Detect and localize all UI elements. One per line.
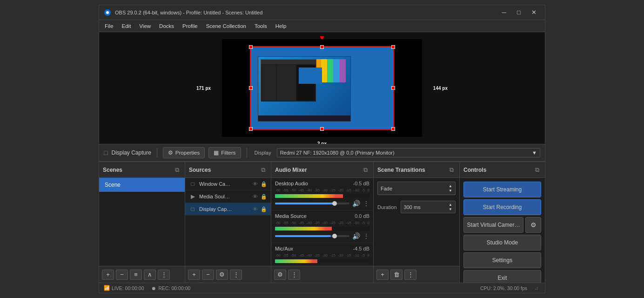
transitions-more-button[interactable]: ⋮ (404, 270, 416, 280)
remove-transition-button[interactable]: 🗑 (390, 270, 402, 280)
media-vol-icon[interactable]: 🔊 (352, 232, 360, 240)
move-scene-up-button[interactable]: ∧ (144, 270, 156, 280)
audio-panel-header: Audio Mixer ⧉ (271, 162, 373, 178)
virtual-camera-settings-button[interactable]: ⚙ (525, 217, 541, 233)
audio-mixer-panel: Audio Mixer ⧉ Desktop Audio -0.5 dB -60-… (271, 162, 374, 283)
controls-buttons: Start Streaming Start Recording Start Vi… (460, 178, 545, 283)
sources-undock-icon[interactable]: ⧉ (259, 165, 267, 175)
transitions-undock-icon[interactable]: ⧉ (448, 165, 456, 175)
media-fader-knob[interactable] (332, 234, 337, 238)
source-item-window[interactable]: □ Window Ca… 👁 🔒 (185, 178, 271, 190)
resize-handle-tc[interactable] (320, 45, 324, 49)
scenes-undock-icon[interactable]: ⧉ (173, 165, 181, 175)
menu-scene-collection[interactable]: Scene Collection (202, 22, 250, 30)
transition-type-select[interactable]: Fade ▲ ▼ (377, 182, 456, 195)
status-cpu: CPU: 2.0%, 30.00 fps (480, 285, 527, 291)
desktop-vol-icon[interactable]: 🔊 (352, 200, 360, 207)
monitor-select[interactable]: Redmi 27 NF: 1920x1080 @ 0,0 (Primary Mo… (277, 148, 540, 157)
start-recording-button[interactable]: Start Recording (463, 199, 541, 215)
resize-handle-mr[interactable] (391, 86, 395, 90)
scenes-footer: + − ≡ ∧ ⋮ (99, 266, 185, 283)
audio-tracks-list: Desktop Audio -0.5 dB -60-55-50-45-40-35… (271, 178, 373, 266)
media-audio-more[interactable]: ⋮ (363, 232, 369, 240)
desktop-fader-fill (275, 203, 333, 204)
minimize-button[interactable]: ─ (497, 8, 510, 17)
maximize-button[interactable]: □ (512, 8, 525, 17)
source-eye-display[interactable]: 👁 (253, 206, 258, 212)
duration-input[interactable]: 300 ms ▲ ▼ (401, 201, 456, 213)
audio-more-button[interactable]: ⋮ (288, 270, 300, 280)
resize-handle-tl[interactable] (249, 45, 253, 49)
add-scene-button[interactable]: + (102, 270, 114, 280)
source-lock-window[interactable]: 🔒 (261, 181, 267, 187)
controls-undock-icon[interactable]: ⧉ (533, 165, 541, 175)
source-settings-button[interactable]: ⚙ (216, 270, 228, 280)
gear-icon: ⚙ (168, 149, 173, 156)
window-capture-icon: □ (189, 181, 196, 187)
start-virtual-camera-button[interactable]: Start Virtual Camer… (463, 217, 523, 233)
start-streaming-button[interactable]: Start Streaming (463, 182, 541, 197)
audio-track-media: Media Source 0.0 dB -60-55-50-45-40-35-3… (271, 210, 373, 243)
source-eye-window[interactable]: 👁 (253, 181, 258, 187)
source-item-display[interactable]: □ Display Cap… 👁 🔒 (185, 203, 271, 216)
properties-button[interactable]: ⚙ Properties (163, 147, 205, 158)
resize-handle-tr[interactable] (391, 45, 395, 49)
desktop-fader-track[interactable] (275, 203, 349, 204)
remove-scene-button[interactable]: − (116, 270, 128, 280)
desktop-audio-more[interactable]: ⋮ (363, 200, 369, 207)
transitions-footer: + 🗑 ⋮ (374, 266, 459, 283)
sources-more-button[interactable]: ⋮ (230, 270, 242, 280)
menu-docks[interactable]: Docks (155, 22, 178, 30)
media-fader-track[interactable] (275, 235, 349, 237)
dim-right-label: 144 px (433, 86, 448, 91)
resize-handle-bc[interactable] (320, 127, 324, 131)
menu-edit[interactable]: Edit (118, 22, 135, 30)
transitions-panel-header: Scene Transitions ⧉ (374, 162, 459, 178)
settings-button[interactable]: Settings (463, 252, 541, 268)
close-button[interactable]: ✕ (527, 8, 540, 17)
menu-tools[interactable]: Tools (251, 22, 271, 30)
scenes-panel-header: Scenes ⧉ (99, 162, 185, 178)
source-bar-name: Display Capture (111, 149, 151, 156)
scene-item[interactable]: Scene (99, 178, 185, 192)
title-bar: OBS 29.0.2 (64-bit, windows) - Profile: … (99, 5, 545, 20)
add-source-button[interactable]: + (188, 270, 200, 280)
remove-source-button[interactable]: − (202, 270, 214, 280)
menu-view[interactable]: View (135, 22, 154, 30)
add-transition-button[interactable]: + (376, 270, 389, 280)
desktop-meter-bar (275, 194, 369, 198)
studio-mode-button[interactable]: Studio Mode (463, 235, 541, 251)
desktop-fader-knob[interactable] (332, 201, 337, 206)
sources-panel-header: Sources ⧉ (185, 162, 271, 178)
transition-type-row: Fade ▲ ▼ (374, 178, 459, 199)
sources-panel: Sources ⧉ □ Window Ca… 👁 🔒 ▶ Media Soul…… (185, 162, 271, 283)
resize-handle-ml[interactable] (249, 86, 253, 90)
exit-button[interactable]: Exit (463, 270, 541, 283)
monitor-dropdown[interactable]: Redmi 27 NF: 1920x1080 @ 0,0 (Primary Mo… (277, 148, 540, 157)
preview-obs-title-bar (261, 60, 316, 64)
source-eye-media[interactable]: 👁 (253, 194, 258, 199)
menu-profile[interactable]: Profile (179, 22, 201, 30)
preview-taskbar (258, 115, 350, 121)
scenes-more-button[interactable]: ⋮ (158, 270, 170, 280)
audio-undock-icon[interactable]: ⧉ (362, 165, 369, 175)
desktop-background: OBS 29.0.2 (64-bit, windows) - Profile: … (0, 0, 644, 298)
filter-scene-button[interactable]: ≡ (130, 270, 142, 280)
audio-settings-button[interactable]: ⚙ (274, 270, 286, 280)
resize-handle-bl[interactable] (249, 127, 253, 131)
source-lock-display[interactable]: 🔒 (261, 206, 267, 212)
source-lock-media[interactable]: 🔒 (261, 194, 267, 200)
resize-handle-br[interactable] (391, 127, 395, 131)
window-controls: ─ □ ✕ (497, 8, 540, 17)
audio-footer: ⚙ ⋮ (271, 266, 373, 283)
menu-help[interactable]: Help (272, 22, 290, 30)
media-source-name: Media Source (275, 213, 307, 219)
menu-file[interactable]: File (101, 22, 117, 30)
controls-content: Start Streaming Start Recording Start Vi… (460, 178, 545, 283)
desktop-meter-scale: -60-55-50-45-40-35-30-25-20-15-10-50 (275, 188, 369, 192)
filters-button[interactable]: ▦ Filters (208, 147, 241, 158)
media-meter-scale: -60-55-50-45-40-35-30-25-20-15-10-50 (275, 221, 369, 225)
preview-area: ▼ 171 px 144 px 2 px (99, 32, 545, 144)
source-item-media[interactable]: ▶ Media Soul… 👁 🔒 (185, 190, 271, 203)
resize-handle-icon[interactable]: ⊿ (535, 285, 540, 291)
